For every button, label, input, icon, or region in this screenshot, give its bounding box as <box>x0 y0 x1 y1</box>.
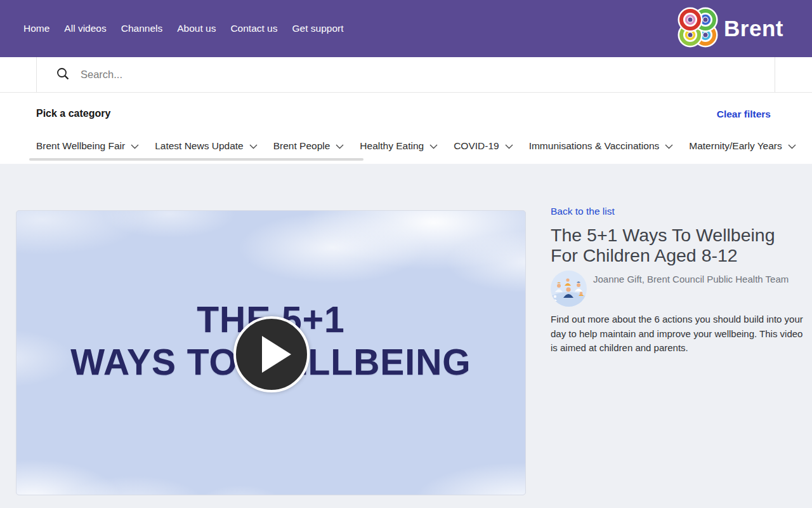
category-label: Healthy Eating <box>360 140 424 152</box>
category-latest-news-update[interactable]: Latest News Update <box>155 140 258 152</box>
brand-name: Brent <box>724 16 783 41</box>
nav-item-all-videos[interactable]: All videos <box>64 23 106 34</box>
search-icon <box>56 67 70 83</box>
category-immunisations-vaccinations[interactable]: Immunisations & Vaccinations <box>529 140 674 152</box>
clear-filters-link[interactable]: Clear filters <box>717 109 771 120</box>
category-label: COVID-19 <box>454 140 499 152</box>
category-healthy-eating[interactable]: Healthy Eating <box>360 140 438 152</box>
category-label: Immunisations & Vaccinations <box>529 140 660 152</box>
category-maternity-early-years[interactable]: Maternity/Early Years <box>689 140 796 152</box>
category-brent-people[interactable]: Brent People <box>273 140 344 152</box>
chevron-down-icon <box>336 140 344 152</box>
nav-item-contact-us[interactable]: Contact us <box>230 23 277 34</box>
category-filter-section: Pick a category Clear filters Brent Well… <box>0 93 812 164</box>
back-to-list-link[interactable]: Back to the list <box>551 206 615 217</box>
avatar <box>551 271 587 307</box>
video-player[interactable]: THE 5+1 WAYS TO WELLBEING <box>16 210 526 495</box>
nav-item-channels[interactable]: Channels <box>121 23 163 34</box>
category-scrollbar[interactable] <box>29 158 363 161</box>
play-button[interactable] <box>233 316 310 392</box>
nav-item-home[interactable]: Home <box>23 23 49 34</box>
nav-links: Home All videos Channels About us Contac… <box>23 23 344 34</box>
category-row: Brent Wellbeing Fair Latest News Update … <box>36 140 799 152</box>
brent-logo[interactable]: Brent <box>677 6 783 51</box>
category-label: Latest News Update <box>155 140 244 152</box>
chevron-down-icon <box>249 140 258 152</box>
chevron-down-icon <box>788 140 796 152</box>
nav-item-get-support[interactable]: Get support <box>292 23 344 34</box>
chevron-down-icon <box>505 140 513 152</box>
author-name: Joanne Gift, Brent Council Public Health… <box>593 274 789 307</box>
chevron-down-icon <box>131 140 139 152</box>
chevron-down-icon <box>429 140 438 152</box>
chevron-down-icon <box>665 140 673 152</box>
search-box[interactable] <box>36 57 775 92</box>
video-description: Find out more about the 6 actions you sh… <box>551 312 803 356</box>
nav-item-about-us[interactable]: About us <box>177 23 216 34</box>
category-covid-19[interactable]: COVID-19 <box>454 140 513 152</box>
main-content: THE 5+1 WAYS TO WELLBEING Back to the li… <box>0 164 812 508</box>
brent-logo-icon <box>677 6 719 51</box>
author-row: Joanne Gift, Brent Council Public Health… <box>551 271 806 307</box>
video-details-panel: Back to the list The 5+1 Ways To Wellbei… <box>551 206 806 356</box>
search-input[interactable] <box>81 69 652 81</box>
pick-category-heading: Pick a category <box>36 108 110 119</box>
category-label: Brent People <box>273 140 331 152</box>
video-title: The 5+1 Ways To Wellbeing For Children A… <box>551 225 804 265</box>
category-brent-wellbeing-fair[interactable]: Brent Wellbeing Fair <box>36 140 139 152</box>
search-bar-row <box>0 57 812 93</box>
play-icon <box>262 336 291 373</box>
top-navigation: Home All videos Channels About us Contac… <box>0 0 812 57</box>
category-label: Brent Wellbeing Fair <box>36 140 125 152</box>
category-label: Maternity/Early Years <box>689 140 782 152</box>
